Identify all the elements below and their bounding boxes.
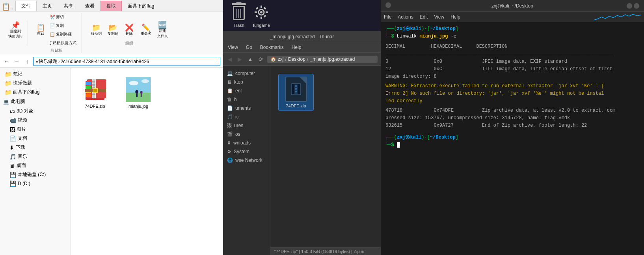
terminal-maximize-button[interactable] bbox=[634, 3, 639, 9]
sidebar-video[interactable]: 📹 视频 bbox=[0, 116, 71, 125]
term-arrow1: └─$ bbox=[385, 34, 397, 39]
back-button[interactable]: ← bbox=[2, 57, 11, 66]
svg-rect-27 bbox=[261, 17, 262, 19]
sidebar-item-flag[interactable]: 📁 面具下的flag bbox=[0, 88, 71, 97]
term-output-section: DECIMAL HEXADECIMAL DESCRIPTION ────────… bbox=[385, 43, 639, 129]
forward-button[interactable]: → bbox=[13, 57, 21, 66]
thunar-back-button[interactable]: ◀ bbox=[226, 55, 234, 63]
term-row-12: 12 0xC TIFF image data, little-endian of… bbox=[385, 66, 639, 73]
thunar-reload-button[interactable]: ⟳ bbox=[257, 55, 265, 63]
sidebar-c-drive[interactable]: 💾 本地磁盘 (C:) bbox=[0, 170, 71, 179]
term-zip-desc2: pressed size: 153767, uncompressed size:… bbox=[385, 115, 570, 121]
sidebar-music[interactable]: 🎵 音乐 bbox=[0, 152, 71, 161]
sidebar-this-pc[interactable]: 💻 此电脑 bbox=[0, 97, 71, 107]
svg-rect-36 bbox=[295, 85, 297, 87]
desktop-icon-fungame[interactable]: fungame bbox=[253, 3, 270, 28]
pictures-label2: ures bbox=[234, 123, 243, 128]
trash-handle bbox=[236, 2, 242, 4]
term-warning-block: WARNING: Extractor.execute failed to run… bbox=[385, 82, 639, 105]
thunar-menu-view[interactable]: View bbox=[226, 44, 240, 51]
zip-dark-file-icon bbox=[285, 77, 307, 102]
terminal-content[interactable]: ┌──(zxj㉿kali)-[~/Desktop] └─$ binwalk mi… bbox=[381, 22, 644, 255]
sidebar-item-happy[interactable]: 📁 快乐做题 bbox=[0, 79, 71, 88]
move-to-button[interactable]: 📁 移动到 bbox=[88, 23, 104, 38]
sidebar-downloads[interactable]: ⬇ 下载 bbox=[0, 143, 71, 152]
3d-icon: 🗂 bbox=[9, 108, 15, 114]
term-cmd-flag: -e bbox=[448, 34, 456, 39]
copy-button[interactable]: 📄 复制 bbox=[48, 22, 78, 30]
ribbon-group-pin: 📌 固定到快速访问 bbox=[3, 21, 28, 46]
thunar-sidebar-documents[interactable]: 📄 uments bbox=[223, 104, 270, 112]
thunar-sidebar-pictures[interactable]: 🖼 ures bbox=[223, 121, 270, 130]
thunar-file-74dfe[interactable]: 74DFE.zip bbox=[278, 74, 314, 111]
desktop-icon-trash[interactable]: Trash bbox=[231, 3, 247, 28]
tab-share[interactable]: 共享 bbox=[58, 1, 79, 11]
tab-home[interactable]: 主页 bbox=[37, 1, 58, 11]
downloads-icon: ⬇ bbox=[9, 144, 14, 151]
thunar-menu-bookmarks[interactable]: Bookmarks bbox=[259, 44, 285, 51]
terminal-panel: zxj@kali: ~/Desktop File Actions Edit Vi… bbox=[381, 0, 644, 255]
thunar-sidebar-recent[interactable]: 📋 ent bbox=[223, 86, 270, 95]
thunar-sidebar-system[interactable]: ⚙ System bbox=[223, 147, 270, 156]
paste-button[interactable]: 📋 粘贴 bbox=[34, 23, 47, 38]
terminal-minimize-button[interactable] bbox=[627, 3, 632, 9]
tab-file[interactable]: 文件 bbox=[15, 1, 37, 11]
thunar-forward-button[interactable]: ▶ bbox=[236, 55, 244, 63]
thunar-menu-go[interactable]: Go bbox=[244, 44, 254, 51]
network-graph-svg bbox=[594, 13, 641, 21]
term-end-row: 632615 0x9A727 End of Zip archive, foote… bbox=[385, 122, 639, 129]
thunar-sidebar-videos[interactable]: 🎬 os bbox=[223, 130, 270, 139]
sidebar-d-drive-label: D (D:) bbox=[18, 181, 30, 186]
thunar-path-home: zxj bbox=[278, 56, 284, 62]
up-button[interactable]: ↑ bbox=[23, 57, 32, 66]
sidebar-documents[interactable]: 📄 文档 bbox=[0, 134, 71, 143]
rename-button[interactable]: ✏️ 重命名 bbox=[138, 23, 154, 38]
svg-point-25 bbox=[260, 11, 262, 13]
sidebar-d-drive[interactable]: 💾 D (D:) bbox=[0, 179, 71, 188]
sidebar-desktop[interactable]: 🖥 桌面 bbox=[0, 161, 71, 170]
thunar-sidebar-computer[interactable]: 💻 computer bbox=[223, 69, 270, 78]
terminal-menu-edit[interactable]: Edit bbox=[420, 14, 428, 20]
thunar-zip-label: 74DFE.zip bbox=[286, 103, 306, 108]
recent-label: ent bbox=[235, 88, 242, 94]
term-line-cmd1: └─$ binwalk mianju.jpg -e bbox=[385, 33, 639, 40]
thunar-sidebar-trash[interactable]: 🗑 h bbox=[223, 95, 270, 104]
file-item-74dfe-zip[interactable]: 74DFE.zip bbox=[77, 74, 113, 111]
sidebar-3d[interactable]: 🗂 3D 对象 bbox=[0, 107, 71, 116]
pin-button[interactable]: 📌 固定到快速访问 bbox=[6, 21, 24, 40]
thunar-sidebar-desktop[interactable]: 🖥 ktop bbox=[223, 78, 270, 86]
term-zip-row2: pressed size: 153767, uncompressed size:… bbox=[385, 114, 639, 122]
thunar-sidebar-network[interactable]: 🌐 wse Network bbox=[223, 156, 270, 165]
delete-button[interactable]: ❌ 删除 bbox=[121, 23, 137, 38]
paste-shortcut-button[interactable]: ⤴ 粘贴快捷方式 bbox=[48, 39, 78, 47]
sidebar-item-notes[interactable]: 📁 笔记 bbox=[0, 69, 71, 79]
file-item-mianju-jpg[interactable]: mianju.jpg bbox=[121, 74, 156, 111]
thunar-path-sep2: / bbox=[307, 56, 308, 62]
pictures-icon2: 🖼 bbox=[227, 123, 232, 128]
sidebar-pictures[interactable]: 🖼 图片 bbox=[0, 125, 71, 134]
svg-point-17 bbox=[129, 81, 138, 86]
new-folder-label: 新建文件夹 bbox=[157, 28, 168, 39]
address-path[interactable]: « 快乐做题 › 2c1606ee-4738-4131-ad4c-f5b4e1a… bbox=[33, 57, 220, 66]
terminal-menu-actions[interactable]: Actions bbox=[398, 14, 413, 20]
tab-extract[interactable]: 提取 bbox=[101, 1, 122, 11]
thunar-menu-help[interactable]: Help bbox=[290, 44, 303, 51]
terminal-menubar: File Actions Edit View Help bbox=[381, 12, 644, 22]
music-icon2: 🎵 bbox=[227, 114, 233, 120]
copy-path-button[interactable]: 📋 复制路径 bbox=[48, 30, 78, 38]
new-folder-button[interactable]: 🆕 新建文件夹 bbox=[154, 20, 170, 40]
thunar-up-button[interactable]: ▲ bbox=[246, 55, 255, 63]
cut-button[interactable]: ✂️ 剪切 bbox=[48, 13, 78, 21]
terminal-close-button[interactable] bbox=[385, 2, 391, 8]
tab-view[interactable]: 查看 bbox=[79, 1, 101, 11]
term-zip-row: 478718 0x74DFE Zip archive data, at leas… bbox=[385, 107, 639, 114]
terminal-menu-help[interactable]: Help bbox=[450, 14, 460, 20]
thunar-sidebar-music[interactable]: 🎵 ic bbox=[223, 112, 270, 121]
terminal-menu-file[interactable]: File bbox=[384, 14, 391, 20]
thunar-titlebar: _mianju.jpg.extracted - Thunar bbox=[223, 31, 381, 42]
thunar-sidebar-downloads[interactable]: ⬇ wnloads bbox=[223, 139, 270, 147]
copy-to-button[interactable]: 📂 复制到 bbox=[105, 23, 121, 38]
thunar-address-bar[interactable]: 🏠 zxj / Desktop / _mianju.jpg.extracted bbox=[267, 56, 378, 63]
terminal-menu-view[interactable]: View bbox=[434, 14, 444, 20]
tab-flag[interactable]: 面具下的flag bbox=[122, 1, 160, 11]
